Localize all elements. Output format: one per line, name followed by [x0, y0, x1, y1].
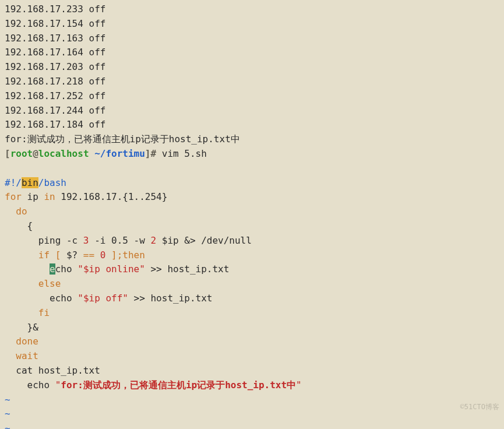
loop-var: ip [22, 191, 44, 202]
shebang-bin: bin [22, 177, 38, 188]
redir-off: >> host_ip.txt [128, 293, 213, 304]
for-line[interactable]: for ip in 192.168.17.{1..254} [5, 190, 499, 205]
else-line[interactable]: else [5, 277, 499, 291]
done-keyword: done [5, 336, 38, 347]
ping-line[interactable]: ping -c 3 -i 0.5 -w 2 $ip &> /dev/null [5, 234, 499, 248]
ping-redir: $ip &> /dev/null [156, 235, 252, 246]
count-3: 3 [83, 235, 89, 246]
quote-open: " [77, 263, 83, 275]
quote-close: " [139, 263, 145, 275]
brace-close-line[interactable]: }& [5, 321, 499, 335]
zero-literal: 0 [100, 249, 106, 261]
final-msg: for:测试成功，已将通信主机ip记录于host_ip.txt中 [61, 379, 296, 391]
prompt-user: root [10, 148, 33, 159]
in-keyword: in [44, 191, 55, 202]
done-line[interactable]: done [5, 335, 499, 349]
then-keyword: then [122, 249, 145, 261]
redir-online: >> host_ip.txt [145, 263, 230, 275]
result-message: for:测试成功，已将通信主机ip记录于host_ip.txt中 [5, 132, 499, 147]
bracket-cond-open: [ [50, 249, 66, 261]
ping-opts: -i 0.5 -w [89, 235, 151, 246]
off-str: off [105, 293, 122, 304]
fq2: " [296, 379, 302, 391]
for-keyword: for [5, 191, 22, 202]
online-str: online [105, 263, 139, 275]
bracket-cond-close: ]; [105, 249, 122, 261]
output-line: 192.168.17.184 off [5, 118, 499, 132]
quote-close2: " [122, 293, 128, 304]
shebang-post: /bash [38, 177, 66, 188]
wait-line[interactable]: wait [5, 349, 499, 364]
cat-line[interactable]: cat host_ip.txt [5, 364, 499, 378]
final-echo-line[interactable]: echo "for:测试成功，已将通信主机ip记录于host_ip.txt中" [5, 378, 499, 393]
output-line: 192.168.17.203 off [5, 60, 499, 75]
echo-word: cho [55, 263, 78, 275]
echo-off-cmd: echo [5, 293, 77, 304]
brace-open-line[interactable]: { [5, 219, 499, 234]
tilde-line: ~ [5, 421, 499, 429]
tilde-line: ~ [5, 407, 499, 421]
watermark: ©51CTO博客 [460, 402, 499, 413]
cursor: e [50, 263, 55, 275]
final-echo-cmd: echo [5, 379, 55, 391]
if-keyword: if [5, 249, 50, 261]
wait-keyword: wait [5, 350, 38, 361]
prompt-host: localhost [38, 148, 89, 159]
command-text: vim 5.sh [156, 148, 207, 159]
ip-range: 192.168.17.{1..254} [55, 191, 168, 202]
do-line[interactable]: do [5, 205, 499, 219]
if-line[interactable]: if [ $? == 0 ];then [5, 248, 499, 263]
prompt-at: @ [33, 148, 38, 159]
do-keyword: do [5, 206, 27, 217]
echo-online-line[interactable]: echo "$ip online" >> host_ip.txt [5, 262, 499, 277]
bracket-open: [ [5, 148, 10, 159]
output-line: 192.168.17.233 off [5, 2, 499, 17]
fi-keyword: fi [5, 307, 50, 318]
output-line: 192.168.17.163 off [5, 31, 499, 46]
blank-line [5, 161, 499, 176]
shebang-pre: #!/ [5, 177, 22, 188]
output-line: 192.168.17.244 off [5, 104, 499, 118]
output-line: 192.168.17.164 off [5, 45, 499, 60]
fq1: " [55, 379, 61, 391]
shell-prompt[interactable]: [root@localhost ~/fortimu]# vim 5.sh [5, 147, 499, 161]
fi-line[interactable]: fi [5, 306, 499, 321]
else-keyword: else [5, 278, 61, 289]
output-line: 192.168.17.154 off [5, 17, 499, 31]
tilde-line: ~ [5, 393, 499, 407]
timeout-2: 2 [150, 235, 156, 246]
prompt-path: ~/fortimu [89, 148, 145, 159]
quote-open2: " [77, 293, 83, 304]
shebang-line[interactable]: #!/bin/bash [5, 176, 499, 191]
output-line: 192.168.17.252 off [5, 89, 499, 104]
echo-off-line[interactable]: echo "$ip off" >> host_ip.txt [5, 291, 499, 306]
ip-var-str: $ip [83, 263, 106, 275]
exit-status: $? [66, 249, 77, 261]
prompt-hash: # [150, 148, 156, 159]
eq-op: == [77, 249, 100, 261]
output-line: 192.168.17.218 off [5, 75, 499, 89]
ping-cmd: ping -c [5, 235, 83, 246]
ip-var-str2: $ip [83, 293, 106, 304]
